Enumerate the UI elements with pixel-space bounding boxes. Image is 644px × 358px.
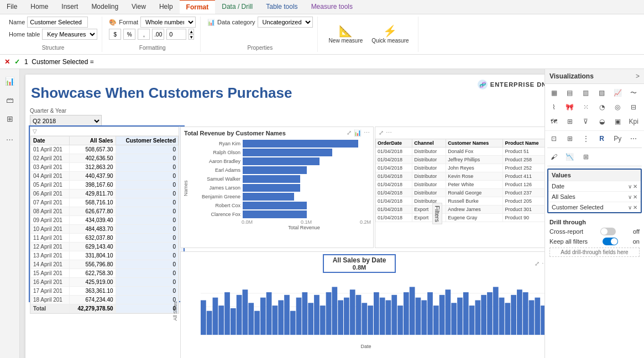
- viz-card-icon[interactable]: ▣: [611, 115, 624, 128]
- ribbon-group-formatting: 🎨 Format Whole number $ % , .00 ▲ ▼ Form…: [104, 17, 201, 52]
- viz-table-icon[interactable]: ⊞: [563, 132, 577, 145]
- viz-gauge-icon[interactable]: ◒: [595, 115, 609, 128]
- col-customer-selected[interactable]: Customer Selected: [116, 136, 178, 145]
- bar-filter-icon[interactable]: 📊: [354, 129, 362, 136]
- viz-python-icon[interactable]: Py: [611, 132, 624, 145]
- viz-fields-icon[interactable]: ⊞: [579, 150, 593, 164]
- viz-line-icon[interactable]: 📈: [611, 86, 624, 99]
- area-bar: [481, 295, 486, 335]
- viz-stacked-bar-icon[interactable]: ▦: [547, 86, 561, 99]
- values-field-date: Date ∨ ✕: [548, 181, 641, 191]
- area-bar: [332, 287, 337, 335]
- viz-scatter-icon[interactable]: ⁙: [579, 101, 593, 114]
- name-input[interactable]: [27, 17, 88, 28]
- bar-label: Clarence Fox: [193, 212, 243, 217]
- bar-fill: [243, 202, 307, 209]
- viz-area-icon[interactable]: 〜: [627, 86, 640, 99]
- grid-cell: 01/04/2018: [376, 214, 412, 222]
- viz-map-icon[interactable]: 🗺: [547, 115, 561, 128]
- allsales-remove[interactable]: ✕: [633, 194, 637, 200]
- data-category-select[interactable]: Uncategorized: [258, 17, 313, 28]
- area-bar: [213, 298, 218, 335]
- formula-input[interactable]: [24, 58, 640, 66]
- tab-modeling[interactable]: Modeling: [85, 0, 125, 14]
- viz-ribbon-icon[interactable]: 🎀: [563, 101, 577, 114]
- new-measure-button[interactable]: 📐 New measure: [324, 22, 368, 46]
- viz-analytics-icon[interactable]: 📉: [563, 150, 577, 164]
- viz-more-icon[interactable]: ⋯: [627, 132, 640, 145]
- formula-confirm-button[interactable]: ✓: [14, 58, 20, 66]
- grid-scroll[interactable]: OrderDateChannelCustomer NamesProduct Na…: [375, 139, 544, 222]
- decimal-button[interactable]: .00: [152, 29, 164, 40]
- grid-row: 01/04/2018ExportAndrew JamesProduct 301: [376, 206, 545, 214]
- grid-cell: Product 126: [503, 181, 544, 189]
- sidebar-data-icon[interactable]: 🗃: [2, 92, 18, 108]
- viz-matrix-icon[interactable]: ⋮: [579, 132, 593, 145]
- viz-r-icon[interactable]: R: [595, 132, 609, 145]
- tab-help[interactable]: Help: [153, 0, 180, 14]
- tab-home[interactable]: Home: [24, 0, 55, 14]
- viz-clustered-bar-icon[interactable]: ▤: [563, 86, 577, 99]
- filters-panel-label[interactable]: Filters: [432, 203, 442, 225]
- ribbon-tabs: File Home Insert Modeling View Help Form…: [0, 0, 644, 14]
- total-selected: 0: [116, 304, 178, 313]
- date-chevron[interactable]: ∨: [628, 183, 632, 189]
- viz-format-icon[interactable]: 🖌: [547, 150, 561, 164]
- table-cell: 10 April 201: [31, 225, 70, 234]
- viz-tree-icon[interactable]: ⊟: [627, 101, 640, 114]
- customerselected-remove[interactable]: ✕: [633, 204, 637, 210]
- increment-button[interactable]: ▲: [189, 29, 194, 34]
- keep-filters-row: Keep all filters on: [549, 238, 640, 245]
- viz-kpi-icon[interactable]: Kpi: [627, 115, 640, 128]
- viz-funnel-icon[interactable]: ⊽: [579, 115, 593, 128]
- area-expand-icon[interactable]: ⤢: [535, 260, 540, 267]
- formula-cancel-button[interactable]: ✕: [4, 58, 10, 66]
- properties-label: Properties: [207, 45, 312, 52]
- area-filter-icon[interactable]: ⋯: [542, 260, 544, 267]
- sidebar-more-icon[interactable]: …: [2, 130, 18, 145]
- grid-expand-icon[interactable]: ⤢: [379, 129, 384, 136]
- add-drill-button[interactable]: Add drill-through fields here: [549, 248, 640, 257]
- col-all-sales[interactable]: All Sales: [70, 136, 116, 145]
- tab-measure-tools[interactable]: Measure tools: [305, 0, 359, 14]
- table-cell: 03 April 201: [31, 163, 70, 172]
- customerselected-chevron[interactable]: ∨: [628, 204, 632, 210]
- area-bar: [273, 306, 278, 335]
- home-table-select[interactable]: Key Measures: [42, 29, 97, 40]
- currency-button[interactable]: $: [109, 29, 121, 40]
- tab-view[interactable]: View: [125, 0, 153, 14]
- quick-measure-button[interactable]: ⚡ Quick measure: [367, 22, 413, 46]
- sidebar-model-icon[interactable]: ⊞: [2, 111, 18, 127]
- viz-filled-map-icon[interactable]: ⊞: [563, 115, 577, 128]
- sidebar-report-icon[interactable]: 📊: [2, 73, 18, 89]
- tab-file[interactable]: File: [0, 0, 24, 14]
- decrement-button[interactable]: ▼: [189, 34, 194, 40]
- percent-button[interactable]: %: [123, 29, 135, 40]
- tab-data-drill[interactable]: Data / Drill: [215, 0, 259, 14]
- area-bar: [266, 292, 272, 335]
- viz-line-col-icon[interactable]: ⌇: [547, 101, 561, 114]
- tab-format[interactable]: Format: [180, 0, 216, 14]
- comma-button[interactable]: ,: [138, 29, 150, 40]
- keep-filters-toggle[interactable]: [603, 238, 618, 245]
- bar-expand-icon[interactable]: ⤢: [347, 129, 352, 136]
- viz-pie-icon[interactable]: ◔: [595, 101, 609, 114]
- format-select[interactable]: Whole number: [140, 17, 196, 28]
- allsales-chevron[interactable]: ∨: [628, 194, 632, 200]
- tab-table-tools[interactable]: Table tools: [259, 0, 304, 14]
- viz-donut-icon[interactable]: ◎: [611, 101, 624, 114]
- decimal-value-input[interactable]: [166, 29, 186, 40]
- viz-stacked-col-icon[interactable]: ▥: [579, 86, 593, 99]
- col-date[interactable]: Date: [31, 136, 70, 145]
- grid-filter-icon[interactable]: ⋯: [386, 129, 392, 136]
- date-remove[interactable]: ✕: [633, 183, 637, 189]
- table-row: 11 April 201632,037.800: [31, 234, 179, 243]
- panel-expand-button[interactable]: >: [636, 72, 640, 80]
- filter-icon[interactable]: ▽: [33, 128, 37, 134]
- tab-insert[interactable]: Insert: [55, 0, 85, 14]
- cross-report-toggle[interactable]: [600, 228, 616, 235]
- bar-more-icon[interactable]: ⋯: [364, 129, 370, 136]
- values-section: Values Date ∨ ✕ All Sales ∨ ✕ Cus: [547, 169, 642, 213]
- viz-clustered-col-icon[interactable]: ▧: [595, 86, 609, 99]
- viz-slicer-icon[interactable]: ⊡: [547, 132, 561, 145]
